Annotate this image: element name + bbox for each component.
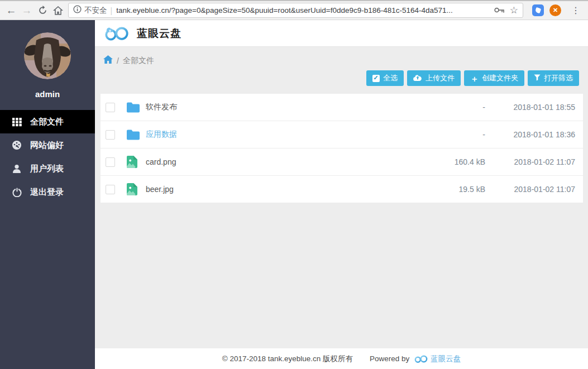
folder-icon [126,100,141,114]
file-row[interactable]: beer.jpg 19.5 kB 2018-01-02 11:07 [101,176,583,203]
row-checkbox[interactable] [106,185,115,194]
home-breadcrumb-icon[interactable] [103,55,113,66]
sidebar-item-logout[interactable]: 退出登录 [0,180,95,204]
footer-brand-label: 蓝眼云盘 [431,354,461,364]
app-header: 蓝眼云盘 [95,20,588,47]
user-icon [12,164,22,174]
select-all-button[interactable]: 全选 [366,70,404,86]
file-size: 19.5 kB [401,185,485,194]
extension-orange-icon[interactable]: ✕ [549,4,561,16]
app-title: 蓝眼云盘 [137,26,181,41]
key-icon[interactable] [494,6,505,16]
action-toolbar: 全选 上传文件 ＋ 创建文件夹 打开筛选 [95,67,588,86]
bookmark-star-icon[interactable]: ☆ [510,6,518,15]
avatar-wrap: admin [0,20,95,110]
file-name[interactable]: 软件发布 [146,102,401,112]
file-name[interactable]: card.png [146,157,401,166]
sidebar-item-user-list[interactable]: 用户列表 [0,157,95,180]
cloud-upload-icon [413,74,422,83]
browser-menu-icon[interactable]: ⋮ [567,5,585,16]
info-icon[interactable] [73,5,82,16]
powered-by-text: Powered by [370,354,409,363]
footer-logo-icon [414,354,428,363]
breadcrumb-separator: / [117,56,119,65]
avatar[interactable] [24,32,71,79]
plus-icon: ＋ [470,74,479,83]
app-logo-icon [103,26,130,41]
sidebar: admin 全部文件 [0,20,95,369]
check-square-icon [372,75,380,82]
power-icon [12,187,22,197]
file-name[interactable]: beer.jpg [146,185,401,194]
sidebar-item-site-preferences[interactable]: 网站偏好 [0,133,95,157]
create-folder-label: 创建文件夹 [482,73,518,83]
forward-icon[interactable]: → [19,3,35,18]
folder-icon [126,128,141,141]
footer-brand-link[interactable]: 蓝眼云盘 [414,354,461,364]
extension-blue-icon[interactable] [532,4,544,16]
sidebar-item-label: 全部文件 [30,117,64,127]
file-size: 160.4 kB [401,157,485,166]
file-row[interactable]: card.png 160.4 kB 2018-01-02 11:07 [101,148,583,176]
breadcrumb-current: 全部文件 [123,56,154,66]
file-list: 软件发布 - 2018-01-01 18:55 应用数据 - 2018-01-0… [101,94,583,203]
image-file-icon [126,155,141,169]
footer: © 2017-2018 tank.eyeblue.cn 版权所有 Powered… [95,348,588,369]
omnibox-divider: | [111,6,113,15]
row-checkbox[interactable] [106,157,115,167]
open-filter-label: 打开筛选 [544,73,573,83]
copyright-text: © 2017-2018 tank.eyeblue.cn 版权所有 [222,354,353,364]
browser-toolbar: ← → 不安全 | tank.eyeblue.cn/?page=0&pageSi… [0,0,588,20]
file-date: 2018-01-02 11:07 [485,185,576,194]
security-label: 不安全 [84,6,107,16]
sidebar-item-label: 用户列表 [30,164,64,174]
address-bar[interactable]: 不安全 | tank.eyeblue.cn/?page=0&pageSize=5… [68,3,523,18]
file-row[interactable]: 应用数据 - 2018-01-01 18:36 [101,121,583,148]
app-window: admin 全部文件 [0,20,588,369]
file-date: 2018-01-01 18:36 [485,130,576,139]
home-icon[interactable] [50,3,66,18]
main-panel: 蓝眼云盘 / 全部文件 全选 上传文件 ＋ 创建文件夹 [95,20,588,369]
create-folder-button[interactable]: ＋ 创建文件夹 [464,70,524,86]
upload-file-button[interactable]: 上传文件 [407,70,461,86]
image-file-icon [126,183,141,196]
open-filter-button[interactable]: 打开筛选 [528,70,579,86]
file-size: - [401,103,485,112]
file-size: - [401,130,485,139]
filter-icon [534,74,541,83]
username: admin [0,89,95,99]
url-text[interactable]: tank.eyeblue.cn/?page=0&pageSize=50&puui… [116,6,494,15]
back-icon[interactable]: ← [3,3,19,18]
breadcrumb: / 全部文件 [95,47,588,67]
upload-file-label: 上传文件 [426,73,455,83]
row-checkbox[interactable] [106,130,115,140]
sidebar-item-all-files[interactable]: 全部文件 [0,110,95,133]
dashboard-icon [12,140,22,150]
file-name[interactable]: 应用数据 [146,130,401,140]
file-date: 2018-01-02 11:07 [485,157,576,166]
sidebar-item-label: 网站偏好 [30,140,64,151]
row-checkbox[interactable] [106,103,115,112]
file-date: 2018-01-01 18:55 [485,103,576,112]
refresh-icon[interactable] [35,3,50,18]
select-all-label: 全选 [383,73,398,83]
file-row[interactable]: 软件发布 - 2018-01-01 18:55 [101,94,583,121]
sidebar-item-label: 退出登录 [30,187,64,198]
grid-icon [12,117,22,127]
